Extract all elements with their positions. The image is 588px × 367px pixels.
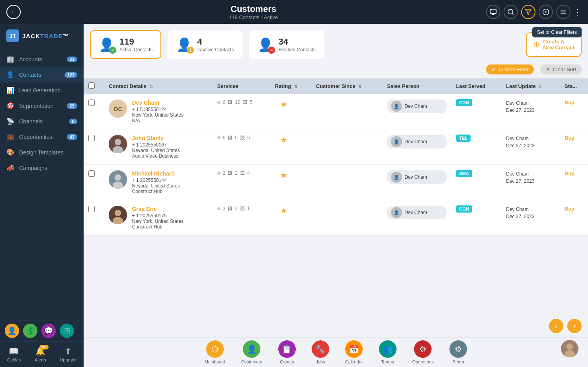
last-update-cell: Dev Cham Dec 27, 2023	[501, 94, 560, 129]
row-checkbox-cell[interactable]	[84, 165, 104, 200]
back-button[interactable]: ←	[6, 5, 21, 19]
table-row[interactable]: Michael Richard + 1 2025550144 Nevada, U…	[84, 165, 588, 200]
add-icon-button[interactable]	[539, 5, 553, 19]
rating-number: 4	[275, 102, 278, 107]
row-checkbox[interactable]	[88, 206, 95, 212]
contacts-table-container[interactable]: Contact Details ⇅ Services Rating ⇅ Cust…	[84, 78, 588, 315]
contact-name[interactable]: Michael Richard	[132, 170, 180, 177]
segmentation-badge: 29	[67, 103, 77, 109]
sidebar-item-campaigns[interactable]: 📣 Campaigns	[0, 160, 84, 176]
last-update-name: Dev Cham	[506, 100, 555, 107]
inactive-count: 4	[197, 37, 234, 47]
inactive-contacts-info: 4 Inactive Contacts	[197, 37, 234, 53]
sidebar-item-accounts[interactable]: 🏢 Accounts 21	[0, 51, 84, 67]
sidebar-guides[interactable]: 📖 Guides	[7, 346, 21, 362]
active-contacts-card[interactable]: 👤 ✓ 119 Active Contacts	[90, 30, 161, 59]
status-cell: Buy	[560, 94, 588, 129]
rating-number: 5	[275, 137, 278, 143]
status-cell: Buy	[560, 200, 588, 236]
clear-sort-button[interactable]: ✕ Clear Sort	[540, 64, 582, 74]
row-checkbox[interactable]	[88, 135, 95, 141]
contact-info: Dev Cham + 1 5185550124 New York, United…	[132, 100, 183, 123]
row-checkbox-cell[interactable]	[84, 200, 104, 236]
prev-page-button[interactable]: ‹	[549, 319, 563, 333]
col-last-update[interactable]: Last Update ⇅	[501, 78, 560, 94]
opportunities-badge: 43	[67, 134, 77, 140]
table-row[interactable]: Gray Eric + 1 2025550175 New York, Unite…	[84, 200, 588, 236]
filter-tooltip: Set or Clear Filters	[532, 27, 582, 37]
contact-name[interactable]: Dev Cham	[132, 100, 183, 106]
nav-item-jobs[interactable]: 🔧 Jobs	[304, 337, 337, 367]
col-customer-since[interactable]: Customer Since ⇅	[311, 78, 382, 94]
filter-check-icon: ✔	[492, 66, 496, 72]
user-quick-icon[interactable]: 👤	[5, 324, 19, 338]
click-to-filter-button[interactable]: ✔ Click to Filter	[486, 64, 534, 74]
user-avatar-bottom[interactable]	[561, 340, 578, 357]
filter-icon-button[interactable]	[521, 5, 535, 19]
active-label: Active Contacts	[119, 47, 152, 53]
row-checkbox[interactable]	[88, 170, 95, 177]
grid-quick-icon[interactable]: ⊞	[60, 324, 74, 338]
sidebar-quick-icons: 👤 💲 💬 ⊞	[0, 320, 84, 341]
chat-quick-icon[interactable]: 💬	[41, 324, 56, 338]
more-options-button[interactable]: ⋮	[574, 7, 582, 17]
select-all-checkbox[interactable]	[88, 82, 95, 89]
nav-item-operations[interactable]: ⚙ Operations	[404, 337, 442, 367]
sidebar-alerts[interactable]: 🔔 261 Alerts	[35, 346, 46, 362]
inactive-contacts-card[interactable]: 👤 ! 4 Inactive Contacts	[168, 30, 242, 59]
page-title: Customers	[229, 4, 278, 14]
sidebar-label-lead-generation: Lead Generation	[19, 87, 77, 94]
sidebar-upgrade[interactable]: ⬆ Upgrade	[60, 346, 76, 362]
nav-item-teams[interactable]: 👥 Teams	[371, 337, 404, 367]
sidebar-label-design-templates: Design Templates	[19, 149, 77, 156]
search-icon-button[interactable]	[504, 5, 518, 19]
contact-name[interactable]: John Stanly	[132, 135, 180, 141]
service-count-1: 3	[223, 206, 226, 211]
sidebar-item-design-templates[interactable]: 🎨 Design Templates	[0, 144, 84, 160]
row-checkbox-cell[interactable]	[84, 129, 104, 165]
status-value: Buy	[565, 206, 574, 212]
rating-number: 4	[275, 208, 278, 214]
sidebar-item-contacts[interactable]: 👤 Contacts 123	[0, 67, 84, 82]
rating-sort-icon: ⇅	[294, 84, 297, 89]
opportunities-icon: 💼	[6, 133, 15, 141]
blocked-contacts-card[interactable]: 👤 − 34 Blocked Contacts	[249, 30, 324, 59]
table-header-row: Contact Details ⇅ Services Rating ⇅ Cust…	[84, 78, 588, 94]
service-count-2: 2	[235, 170, 238, 176]
service-img-icon: 🖼	[243, 100, 248, 105]
segmentation-icon: 🎯	[6, 102, 15, 109]
col-rating[interactable]: Rating ⇅	[270, 78, 311, 94]
services-cell: 6 🖼 12 🖼 5	[213, 94, 270, 129]
next-page-button[interactable]: ›	[567, 319, 582, 333]
operations-label: Operations	[412, 359, 434, 364]
last-update-cell: Dev Cham Dec 27, 2023	[501, 129, 560, 165]
table-row[interactable]: DC Dev Cham + 1 5185550124 New York, Uni…	[84, 94, 588, 129]
customer-since-cell: 126 Days	[311, 129, 382, 165]
list-icon-button[interactable]	[556, 5, 570, 19]
sidebar-item-channels[interactable]: 📡 Channels 8	[0, 113, 84, 129]
message-icon-button[interactable]	[486, 5, 500, 19]
nav-item-quotes[interactable]: 📋 Quotes	[270, 337, 304, 367]
nav-item-customers[interactable]: 👤 Customers	[233, 337, 270, 367]
col-contact-details[interactable]: Contact Details ⇅	[104, 78, 212, 94]
sidebar-label-contacts: Contacts	[19, 72, 64, 78]
sidebar-item-opportunities[interactable]: 💼 Opportunities 43	[0, 129, 84, 144]
clear-sort-x-icon: ✕	[546, 66, 550, 72]
nav-item-calendar[interactable]: 📅 Calendar	[337, 337, 371, 367]
status-cell: Buy	[560, 129, 588, 165]
contacts-table: Contact Details ⇅ Services Rating ⇅ Cust…	[84, 78, 588, 236]
row-checkbox[interactable]	[88, 100, 95, 106]
sidebar-item-lead-generation[interactable]: 📊 Lead Generation	[0, 82, 84, 98]
sidebar-item-segmentation[interactable]: 🎯 Segmentation 29	[0, 98, 84, 113]
sales-avatar: 👤	[391, 207, 402, 218]
nav-item-setup[interactable]: ⚙ Setup	[441, 337, 475, 367]
service-tag: CON	[456, 205, 472, 213]
stats-area: 👤 ✓ 119 Active Contacts 👤 ! 4 Inactive C…	[84, 24, 588, 62]
sidebar-logo: JT JACKTRADE™	[0, 24, 84, 48]
contact-name[interactable]: Gray Eric	[132, 206, 183, 212]
row-checkbox-cell[interactable]	[84, 94, 104, 129]
table-row[interactable]: John Stanly + 1 2025550167 Nevada, Unite…	[84, 129, 588, 165]
nav-item-mainboard[interactable]: ⬡ Mainboard	[197, 337, 233, 367]
service-tag: CON	[456, 99, 472, 106]
dollar-quick-icon[interactable]: 💲	[23, 324, 37, 338]
